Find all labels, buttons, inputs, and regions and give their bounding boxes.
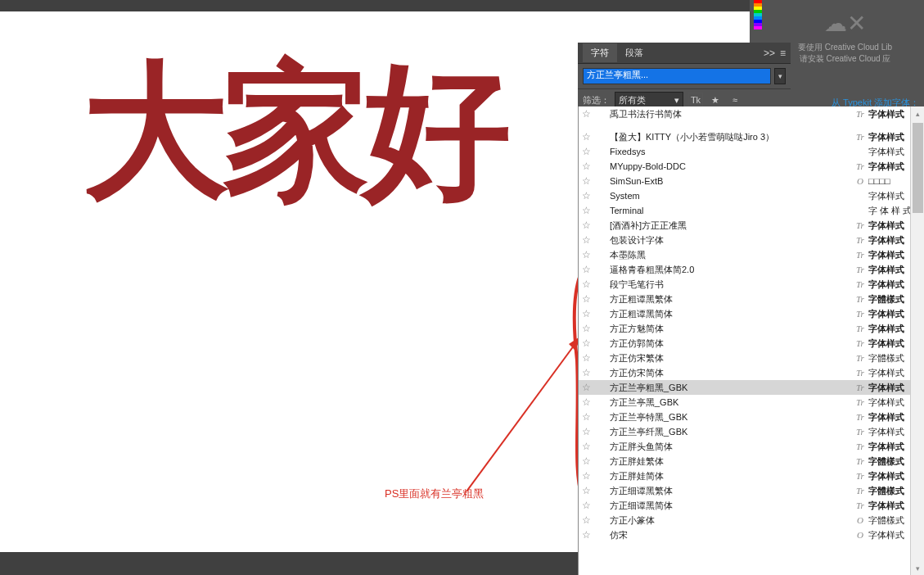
font-name: 方正兰亭特黑_GBK [606, 411, 852, 423]
favorite-filter-icon[interactable]: ★ [708, 93, 723, 107]
font-name: 方正胖头鱼简体 [606, 441, 852, 453]
font-row[interactable]: ☆方正兰亭粗黑_GBKTr字体样式 [579, 380, 924, 395]
favorite-star-icon[interactable]: ☆ [582, 190, 595, 201]
favorite-star-icon[interactable]: ☆ [582, 411, 595, 423]
favorite-star-icon[interactable]: ☆ [582, 382, 595, 393]
favorite-star-icon[interactable]: ☆ [582, 146, 595, 157]
annotation-text: PS里面就有兰亭粗黑 [385, 487, 484, 501]
font-list[interactable]: ☆禹卫书法行书简体Tr字体样式☆【盈大】KITTY（小小若雪萌哒哒Jiro 3）… [578, 106, 924, 575]
font-row[interactable]: ☆方正兰亭特黑_GBKTr字体样式 [579, 410, 924, 424]
font-row[interactable]: ☆段宁毛笔行书Tr字体样式 [579, 277, 924, 292]
scroll-down-icon[interactable]: ▾ [911, 561, 924, 575]
font-row[interactable]: ☆方正胖头鱼简体Tr字体样式 [579, 439, 924, 454]
font-name: 方正小篆体 [606, 514, 852, 527]
font-type-icon: Tr [852, 353, 868, 363]
favorite-star-icon[interactable]: ☆ [582, 161, 595, 172]
font-name: 【盈大】KITTY（小小若雪萌哒哒Jiro 3） [606, 131, 852, 143]
font-name: 方正兰亭纤黑_GBK [606, 426, 852, 438]
favorite-star-icon[interactable]: ☆ [582, 441, 595, 452]
favorite-star-icon[interactable]: ☆ [582, 337, 595, 349]
font-row[interactable]: ☆SimSun-ExtBO□□□□ [579, 174, 924, 188]
scrollbar-thumb[interactable] [913, 123, 923, 213]
similar-filter-icon[interactable]: ≈ [728, 93, 742, 107]
favorite-star-icon[interactable]: ☆ [582, 529, 595, 541]
font-row[interactable]: ☆方正方魅简体Tr字体样式 [579, 321, 924, 336]
font-name: 方正细谭黑简体 [606, 500, 852, 512]
font-name-input[interactable]: 方正兰亭粗黑... [583, 68, 771, 84]
font-type-icon: Tr [852, 338, 868, 348]
favorite-star-icon[interactable]: ☆ [582, 131, 595, 143]
favorite-star-icon[interactable]: ☆ [582, 470, 595, 482]
font-row[interactable]: ☆方正仿郭简体Tr字体样式 [579, 336, 924, 351]
font-row[interactable]: ☆MYuppy-Bold-DDCTr字体样式 [579, 159, 924, 174]
font-type-icon: Tr [852, 294, 868, 304]
scroll-up-icon[interactable]: ▴ [911, 106, 924, 120]
font-row[interactable]: ☆方正粗谭黑简体Tr字体样式 [579, 306, 924, 321]
font-row[interactable]: ☆方正小篆体O字體樣式 [579, 513, 924, 527]
font-type-icon: Tr [852, 265, 868, 274]
favorite-star-icon[interactable]: ☆ [582, 293, 595, 305]
font-name: [酒酒补]方正正准黑 [606, 220, 852, 232]
font-row[interactable]: ☆方正仿宋简体Tr字体样式 [579, 365, 924, 380]
canvas-text[interactable]: 大家好 [82, 57, 504, 205]
font-type-icon: Tr [852, 250, 868, 260]
font-row[interactable]: ☆[酒酒补]方正正准黑Tr字体样式 [579, 218, 924, 233]
font-row[interactable]: ☆Terminal字 体 样 式 [579, 203, 924, 218]
font-name: 方正细谭黑繁体 [606, 485, 852, 497]
font-row[interactable]: ☆方正胖娃简体Tr字体样式 [579, 469, 924, 483]
font-dropdown-icon[interactable]: ▾ [774, 68, 786, 84]
font-row[interactable]: ☆方正细谭黑繁体Tr字體樣式 [579, 483, 924, 498]
font-type-icon: O [852, 530, 868, 540]
color-swatches[interactable] [752, 0, 764, 41]
favorite-star-icon[interactable]: ☆ [582, 278, 595, 290]
font-row[interactable]: ☆方正仿宋繁体Tr字體樣式 [579, 351, 924, 365]
collapse-icon[interactable]: >> [764, 48, 775, 59]
font-row[interactable]: ☆本墨陈黑Tr字体样式 [579, 247, 924, 262]
favorite-star-icon[interactable]: ☆ [582, 234, 595, 246]
font-row[interactable]: ☆方正细谭黑简体Tr字体样式 [579, 498, 924, 513]
font-type-icon: Tr [852, 279, 868, 289]
favorite-star-icon[interactable]: ☆ [582, 455, 595, 467]
filter-label: 筛选： [583, 94, 610, 106]
font-type-icon: Tr [852, 132, 868, 142]
favorite-star-icon[interactable]: ☆ [582, 352, 595, 364]
favorite-star-icon[interactable]: ☆ [582, 175, 595, 187]
font-name: 方正兰亭黑_GBK [606, 396, 852, 409]
font-row[interactable]: ☆System字体样式 [579, 188, 924, 203]
favorite-star-icon[interactable]: ☆ [582, 108, 595, 120]
favorite-star-icon[interactable]: ☆ [582, 205, 595, 216]
favorite-star-icon[interactable]: ☆ [582, 308, 595, 319]
font-row[interactable]: ☆Fixedsys字体样式 [579, 144, 924, 159]
favorite-star-icon[interactable]: ☆ [582, 396, 595, 408]
font-row[interactable]: ☆包装设计字体Tr字体样式 [579, 233, 924, 247]
panel-menu-icon[interactable]: ≡ [780, 48, 786, 59]
font-type-icon: Tr [852, 309, 868, 319]
typekit-filter-icon[interactable]: Tk [688, 93, 703, 107]
font-row[interactable]: ☆禹卫书法行书简体Tr字体样式 [579, 106, 924, 121]
favorite-star-icon[interactable]: ☆ [582, 426, 595, 437]
font-type-icon: Tr [852, 397, 868, 407]
favorite-star-icon[interactable]: ☆ [582, 485, 595, 496]
font-row[interactable]: ☆方正兰亭纤黑_GBKTr字体样式 [579, 424, 924, 439]
favorite-star-icon[interactable]: ☆ [582, 500, 595, 511]
font-name: 本墨陈黑 [606, 249, 852, 261]
tab-character[interactable]: 字符 [583, 43, 617, 62]
font-row[interactable]: ☆【盈大】KITTY（小小若雪萌哒哒Jiro 3）Tr字体样式 [579, 129, 924, 144]
favorite-star-icon[interactable]: ☆ [582, 323, 595, 334]
favorite-star-icon[interactable]: ☆ [582, 220, 595, 231]
font-type-icon: Tr [852, 486, 868, 496]
font-row[interactable]: ☆逼格青春粗黑体简2.0Tr字体样式 [579, 262, 924, 277]
favorite-star-icon[interactable]: ☆ [582, 514, 595, 526]
favorite-star-icon[interactable]: ☆ [582, 249, 595, 260]
font-row[interactable]: ☆方正兰亭黑_GBKTr字体样式 [579, 395, 924, 410]
font-row[interactable]: ☆仿宋O字体样式 [579, 527, 924, 542]
tab-paragraph[interactable]: 段落 [617, 43, 651, 62]
font-row[interactable]: ☆方正胖娃繁体Tr字體樣式 [579, 454, 924, 469]
font-name: MYuppy-Bold-DDC [606, 161, 852, 171]
favorite-star-icon[interactable]: ☆ [582, 264, 595, 275]
favorite-star-icon[interactable]: ☆ [582, 367, 595, 378]
font-type-icon: Tr [852, 383, 868, 392]
font-row[interactable]: ☆方正粗谭黑繁体Tr字體樣式 [579, 292, 924, 306]
scrollbar[interactable]: ▴ ▾ [910, 106, 924, 575]
filter-dropdown[interactable]: 所有类▾ [615, 92, 683, 108]
